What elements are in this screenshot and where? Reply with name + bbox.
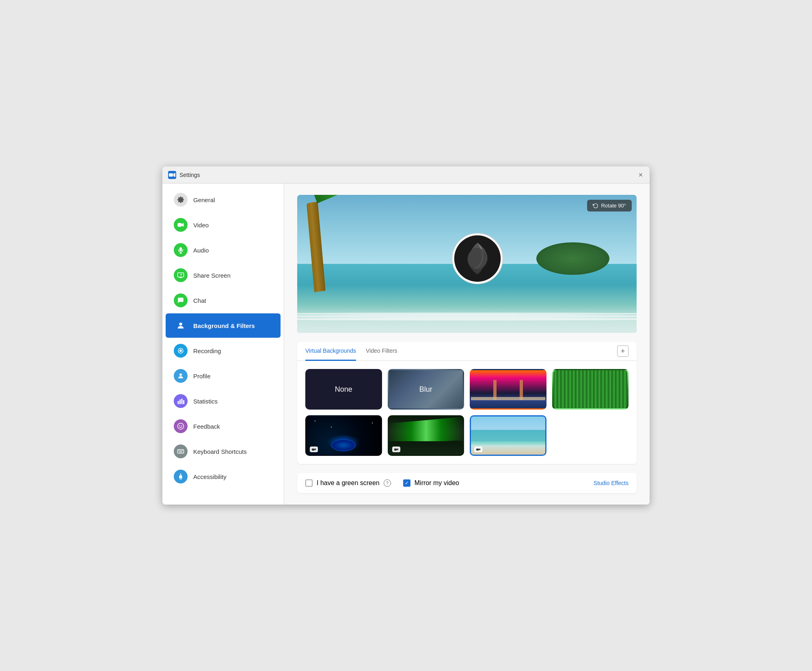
thumbnail-blur[interactable]: Blur [388, 369, 464, 410]
gear-icon [174, 193, 188, 207]
beach-scene [297, 195, 637, 333]
audio-icon [174, 243, 188, 257]
background-filters-icon [174, 319, 188, 332]
studio-effects-link[interactable]: Studio Effects [594, 480, 628, 486]
svg-rect-1 [169, 173, 173, 177]
recording-icon [174, 344, 188, 358]
footer-section: I have a green screen ? Mirror my video … [297, 473, 637, 493]
star3 [372, 423, 373, 423]
svg-point-19 [179, 425, 180, 426]
main-panel: Rotate 90° Virtual Backgrounds Video Fil… [284, 183, 650, 505]
rotate-button[interactable]: Rotate 90° [587, 200, 632, 211]
svg-rect-36 [476, 449, 479, 451]
tab-video-filters[interactable]: Video Filters [366, 342, 397, 361]
sidebar-item-recording[interactable]: Recording [166, 339, 281, 363]
close-button[interactable]: × [637, 172, 644, 178]
statistics-icon [174, 394, 188, 408]
star1 [315, 421, 315, 421]
thumbnail-bridge[interactable] [470, 369, 546, 410]
sidebar-item-background-filters[interactable]: Background & Filters [166, 313, 281, 338]
sidebar-label-recording: Recording [193, 347, 221, 354]
sidebar-label-video: Video [193, 222, 209, 229]
svg-rect-21 [178, 450, 184, 453]
svg-rect-34 [394, 449, 397, 451]
thumbnail-aurora[interactable] [388, 415, 464, 456]
svg-marker-35 [397, 449, 398, 451]
sidebar-label-accessibility: Accessibility [193, 473, 227, 480]
wave3 [297, 318, 637, 321]
sidebar-label-feedback: Feedback [193, 423, 220, 430]
bridge-road [471, 397, 545, 400]
svg-rect-17 [183, 400, 184, 404]
thumbnail-none-label: None [335, 385, 352, 394]
svg-point-27 [180, 474, 181, 475]
island [536, 242, 609, 275]
sidebar: General Video [162, 183, 284, 505]
obs-logo [451, 232, 504, 285]
svg-rect-15 [179, 399, 181, 404]
sidebar-label-keyboard-shortcuts: Keyboard Shortcuts [193, 448, 247, 455]
feedback-icon [174, 419, 188, 433]
mirror-video-label: Mirror my video [415, 479, 459, 487]
space-camera-icon [310, 447, 318, 452]
title-bar: Settings × [162, 166, 650, 183]
sidebar-item-profile[interactable]: Profile [166, 364, 281, 388]
sidebar-label-chat: Chat [193, 297, 206, 304]
earth [331, 439, 356, 451]
tabs-section: Virtual Backgrounds Video Filters + None… [297, 342, 637, 464]
svg-point-20 [181, 425, 182, 426]
sidebar-label-background-filters: Background & Filters [193, 322, 255, 329]
svg-rect-32 [312, 449, 315, 451]
app-icon [168, 171, 176, 179]
sidebar-item-feedback[interactable]: Feedback [166, 414, 281, 438]
thumbnail-grass[interactable] [552, 369, 629, 410]
svg-rect-16 [181, 399, 183, 404]
rotate-button-label: Rotate 90° [601, 203, 626, 209]
sidebar-label-share-screen: Share Screen [193, 272, 231, 279]
svg-point-13 [179, 373, 182, 376]
thumbnail-beach[interactable] [470, 415, 546, 456]
sidebar-item-statistics[interactable]: Statistics [166, 389, 281, 413]
share-screen-icon [174, 268, 188, 282]
sidebar-item-share-screen[interactable]: Share Screen [166, 263, 281, 287]
grass-blades [553, 370, 628, 408]
svg-point-12 [179, 350, 182, 352]
svg-rect-3 [178, 223, 182, 227]
sidebar-label-profile: Profile [193, 373, 211, 380]
sidebar-item-chat[interactable]: Chat [166, 288, 281, 313]
beach-camera-icon [474, 447, 482, 452]
green-screen-help-icon[interactable]: ? [384, 479, 391, 487]
sidebar-item-video[interactable]: Video [166, 213, 281, 237]
green-screen-checkbox[interactable] [305, 479, 313, 487]
content-area: General Video [162, 183, 650, 505]
thumbnail-space[interactable] [305, 415, 382, 456]
preview-area: Rotate 90° [297, 195, 637, 333]
tab-virtual-backgrounds[interactable]: Virtual Backgrounds [305, 342, 356, 361]
sidebar-item-audio[interactable]: Audio [166, 238, 281, 262]
sidebar-label-general: General [193, 196, 215, 203]
sidebar-label-audio: Audio [193, 247, 209, 254]
thumbnail-blur-label: Blur [419, 385, 432, 394]
keyboard-icon [174, 444, 188, 458]
profile-icon [174, 369, 188, 383]
chat-icon [174, 293, 188, 307]
thumbnails-grid: None Blur [297, 361, 637, 464]
sidebar-item-accessibility[interactable]: Accessibility [166, 464, 281, 489]
sidebar-label-statistics: Statistics [193, 398, 218, 405]
star2 [331, 427, 332, 427]
svg-point-10 [179, 323, 182, 326]
svg-marker-4 [181, 223, 184, 227]
sidebar-item-keyboard-shortcuts[interactable]: Keyboard Shortcuts [166, 439, 281, 464]
thumbnail-none[interactable]: None [305, 369, 382, 410]
mirror-video-item: Mirror my video [403, 479, 459, 487]
aurora-camera-icon [392, 447, 400, 452]
svg-point-18 [178, 423, 184, 429]
accessibility-icon [174, 470, 188, 483]
video-icon [174, 218, 188, 232]
beach-sea [471, 430, 545, 441]
add-background-button[interactable]: + [617, 345, 628, 357]
sidebar-item-general[interactable]: General [166, 188, 281, 212]
window-title: Settings [179, 172, 637, 178]
mirror-video-checkbox[interactable] [403, 479, 410, 487]
settings-window: Settings × General [162, 166, 650, 505]
